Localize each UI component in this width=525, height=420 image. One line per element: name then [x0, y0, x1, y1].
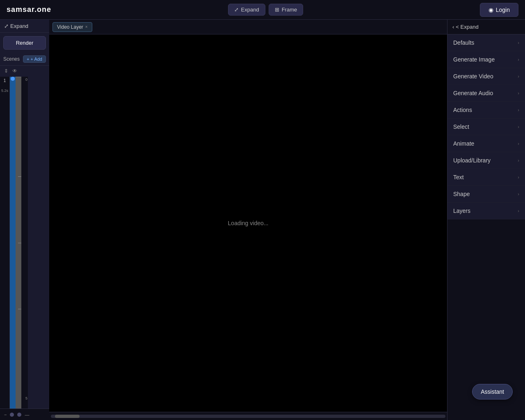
playhead-circle [11, 77, 15, 81]
frame-icon: ⊞ [275, 7, 279, 13]
scenes-controls: ⇕ 👁 [0, 66, 49, 77]
sidebar-expand-icon: ⤢ [4, 23, 9, 29]
chevron-down-icon-5: › [518, 107, 519, 112]
right-menu-generate-image[interactable]: Generate Image › [447, 51, 525, 68]
timeline-tabs: Video Layer × [49, 20, 447, 34]
scroll-track [51, 415, 445, 418]
topnav-center: ⤢ Expand ⊞ Frame [228, 4, 304, 16]
expand-button[interactable]: ⤢ Expand [228, 4, 265, 16]
video-layer-label: Video Layer [57, 24, 83, 30]
chevron-down-icon-4: › [518, 91, 519, 96]
timeline-minus-button[interactable]: − [2, 411, 8, 418]
chevron-down-icon-7: › [518, 141, 519, 146]
chevron-down-icon-11: › [518, 208, 519, 213]
right-menu-upload-library[interactable]: Upload/Library › [447, 152, 525, 169]
render-button[interactable]: Render [3, 36, 46, 50]
right-menu-text[interactable]: Text › [447, 169, 525, 186]
track-tick-1 [18, 176, 21, 177]
chevron-down-icon-2: › [518, 57, 519, 62]
right-menu-generate-audio[interactable]: Generate Audio › [447, 85, 525, 102]
animate-label: Animate [453, 140, 474, 147]
chevron-down-icon-9: › [518, 175, 519, 180]
eye-button[interactable]: 👁 [11, 67, 18, 75]
left-section: ⤢ Expand Render Scenes + + Add ⇕ 👁 1 5.2… [0, 20, 49, 420]
time-marker-column: 0 5 [21, 77, 28, 409]
frame-button[interactable]: ⊞ Frame [269, 4, 304, 16]
right-sidebar: ‹ < Expand Defaults › Generate Image › G… [447, 20, 525, 420]
horizontal-scrollbar[interactable] [49, 412, 447, 420]
login-button[interactable]: ◉ Login [480, 3, 518, 17]
chevron-down-icon: › [518, 40, 519, 45]
defaults-label: Defaults [453, 39, 474, 46]
app-logo: samsar.one [7, 5, 51, 14]
video-layer-tab[interactable]: Video Layer × [52, 22, 92, 32]
right-expand-header[interactable]: ‹ < Expand [447, 20, 525, 34]
sidebar-expand-row[interactable]: ⤢ Expand [0, 20, 49, 33]
generate-audio-label: Generate Audio [453, 90, 493, 96]
scene-duration: 5.2s [1, 89, 8, 93]
actions-label: Actions [453, 107, 472, 113]
upload-library-label: Upload/Library [453, 157, 491, 164]
generate-video-label: Generate Video [453, 73, 493, 80]
timeline-track: 1 5.2s 0 5 [0, 77, 49, 409]
chevron-down-icon-10: › [518, 192, 519, 196]
select-label: Select [453, 123, 469, 130]
up-down-icon-button[interactable]: ⇕ [3, 67, 9, 75]
right-menu-animate[interactable]: Animate › [447, 135, 525, 152]
timeline-playhead[interactable] [17, 413, 21, 417]
chevron-down-icon-8: › [518, 158, 519, 163]
right-menu-generate-video[interactable]: Generate Video › [447, 68, 525, 85]
add-scene-button[interactable]: + + Add [23, 55, 46, 63]
timeline-bottom: − — [0, 409, 49, 420]
scenes-header: Scenes + + Add [0, 53, 49, 66]
scenes-label: Scenes [3, 56, 20, 62]
track-tick-2 [18, 243, 21, 243]
canvas-area[interactable]: Loading video... [49, 34, 447, 412]
chevron-down-icon-6: › [518, 124, 519, 129]
track-tick-3 [18, 309, 21, 309]
time-marker-0: 0 [25, 78, 27, 82]
text-label: Text [453, 174, 464, 180]
shape-label: Shape [453, 191, 470, 197]
center-section: Video Layer × Loading video... [49, 20, 447, 420]
right-menu-select[interactable]: Select › [447, 119, 525, 135]
gray-track [16, 77, 21, 409]
top-navbar: samsar.one ⤢ Expand ⊞ Frame ◉ Login [0, 0, 525, 20]
assistant-button[interactable]: Assistant [472, 384, 513, 399]
plus-icon: + [27, 57, 29, 62]
timeline-dash-button[interactable]: — [23, 411, 31, 418]
chevron-left-icon: ‹ [452, 24, 454, 30]
scene-number: 1 [4, 78, 6, 83]
generate-image-label: Generate Image [453, 56, 495, 63]
layers-label: Layers [453, 208, 470, 214]
scroll-thumb[interactable] [55, 415, 80, 418]
time-marker-5: 5 [25, 396, 27, 400]
track-top-line [16, 77, 21, 77]
right-menu-defaults[interactable]: Defaults › [447, 34, 525, 51]
login-icon: ◉ [488, 7, 493, 13]
blue-track [10, 77, 16, 409]
chevron-down-icon-3: › [518, 74, 519, 79]
timeline-slider-thumb[interactable] [10, 413, 14, 417]
right-menu-actions[interactable]: Actions › [447, 102, 525, 119]
expand-icon: ⤢ [234, 7, 239, 13]
loading-text: Loading video... [228, 220, 269, 226]
right-menu-shape[interactable]: Shape › [447, 186, 525, 203]
close-tab-icon[interactable]: × [85, 25, 88, 29]
main-area: ⤢ Expand Render Scenes + + Add ⇕ 👁 1 5.2… [0, 20, 525, 420]
right-menu-layers[interactable]: Layers › [447, 203, 525, 219]
